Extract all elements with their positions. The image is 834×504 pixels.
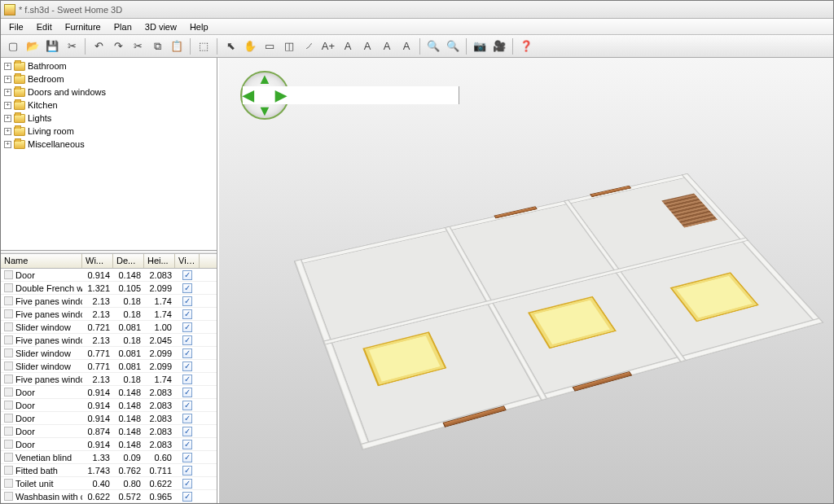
zoom-out-icon[interactable]: 🔍	[444, 37, 462, 55]
checkbox-icon[interactable]: ✓	[182, 335, 192, 345]
checkbox-icon[interactable]: ✓	[182, 401, 192, 410]
catalog-item[interactable]: +Doors and windows	[4, 85, 213, 99]
checkbox-icon[interactable]: ✓	[182, 322, 192, 332]
save-icon[interactable]: 💾	[43, 37, 61, 55]
cut-icon[interactable]: ✂	[129, 37, 147, 55]
table-row[interactable]: Five panes window2.130.181.74✓	[1, 308, 217, 321]
italic-icon[interactable]: A	[358, 37, 376, 55]
table-row[interactable]: Door0.9140.1482.083✓	[1, 386, 217, 399]
zoom-in-icon[interactable]: 🔍	[424, 37, 442, 55]
table-row[interactable]: Door0.9140.1482.083✓	[1, 412, 217, 425]
catalog-item[interactable]: +Bedroom	[4, 72, 213, 85]
increase-text-icon[interactable]: A	[397, 37, 415, 55]
cell-visible[interactable]: ✓	[175, 334, 200, 346]
cell-visible[interactable]: ✓	[175, 295, 200, 307]
catalog-tree[interactable]: +Bathroom+Bedroom+Doors and windows+Kitc…	[1, 58, 217, 251]
select-icon[interactable]: ⬉	[222, 37, 239, 55]
checkbox-icon[interactable]: ✓	[182, 453, 192, 462]
create-video-icon[interactable]: 🎥	[490, 37, 508, 55]
redo-icon[interactable]: ↷	[109, 37, 127, 55]
cell-visible[interactable]: ✓	[175, 425, 200, 437]
col-height[interactable]: Hei...	[144, 254, 175, 268]
table-row[interactable]: Door0.9140.1482.083✓	[1, 399, 217, 412]
col-name[interactable]: Name	[1, 254, 82, 268]
cell-visible[interactable]: ✓	[175, 464, 200, 476]
cell-visible[interactable]: ✓	[175, 438, 200, 450]
cell-visible[interactable]: ✓	[175, 269, 200, 281]
checkbox-icon[interactable]: ✓	[182, 414, 192, 423]
table-row[interactable]: Double French win...1.3210.1052.099✓	[1, 282, 217, 295]
col-width[interactable]: Wi...	[82, 254, 113, 268]
checkbox-icon[interactable]: ✓	[182, 427, 192, 436]
table-row[interactable]: Washbasin with ca...0.6220.5720.965✓	[1, 490, 217, 503]
cell-visible[interactable]: ✓	[175, 386, 200, 398]
table-row[interactable]: Door0.9140.1482.083✓	[1, 269, 217, 282]
table-row[interactable]: Venetian blind1.330.090.60✓	[1, 451, 217, 464]
table-row[interactable]: Five panes window2.130.182.045✓	[1, 334, 217, 347]
cell-visible[interactable]: ✓	[175, 477, 200, 489]
add-furniture-icon[interactable]: ⬚	[195, 37, 213, 55]
create-polyline-icon[interactable]: ⟋	[300, 37, 318, 55]
catalog-item[interactable]: +Lights	[4, 112, 213, 125]
table-row[interactable]: Door0.8740.1482.083✓	[1, 425, 217, 438]
expand-icon[interactable]: +	[4, 89, 11, 96]
checkbox-icon[interactable]: ✓	[182, 440, 192, 449]
cell-visible[interactable]: ✓	[175, 399, 200, 411]
new-icon[interactable]: ▢	[4, 37, 22, 55]
checkbox-icon[interactable]: ✓	[182, 348, 192, 358]
catalog-item[interactable]: +Kitchen	[4, 99, 213, 112]
menu-edit[interactable]: Edit	[30, 20, 59, 33]
checkbox-icon[interactable]: ✓	[182, 362, 192, 371]
checkbox-icon[interactable]: ✓	[182, 283, 192, 293]
cell-visible[interactable]: ✓	[175, 282, 200, 294]
copy-icon[interactable]: ⧉	[148, 37, 166, 55]
3d-viewport[interactable]: ▲ ▼ ◀ ▶	[217, 58, 833, 503]
open-icon[interactable]: 📂	[24, 37, 42, 55]
checkbox-icon[interactable]: ✓	[182, 375, 192, 384]
expand-icon[interactable]: +	[4, 63, 11, 70]
expand-icon[interactable]: +	[4, 115, 11, 122]
table-row[interactable]: Slider window0.7210.0811.00✓	[1, 321, 217, 334]
table-row[interactable]: Five panes window2.130.181.74✓	[1, 373, 217, 386]
create-rooms-icon[interactable]: ◫	[280, 37, 298, 55]
arrow-down-icon[interactable]: ▼	[257, 103, 272, 120]
pan-icon[interactable]: ✋	[241, 37, 259, 55]
menu-file[interactable]: File	[2, 20, 30, 33]
checkbox-icon[interactable]: ✓	[182, 479, 192, 489]
undo-icon[interactable]: ↶	[90, 37, 108, 55]
table-row[interactable]: Five panes window2.130.181.74✓	[1, 295, 217, 308]
col-depth[interactable]: De...	[113, 254, 144, 268]
cell-visible[interactable]: ✓	[175, 412, 200, 424]
paste-icon[interactable]: 📋	[168, 37, 186, 55]
menu-furniture[interactable]: Furniture	[59, 20, 108, 33]
menu-help[interactable]: Help	[183, 20, 215, 33]
cell-visible[interactable]: ✓	[175, 347, 200, 359]
table-row[interactable]: Door0.9140.1482.083✓	[1, 438, 217, 451]
catalog-item[interactable]: +Living room	[4, 125, 213, 138]
checkbox-icon[interactable]: ✓	[182, 466, 192, 476]
help-icon[interactable]: ❓	[517, 37, 535, 55]
cell-visible[interactable]: ✓	[175, 321, 200, 333]
cell-visible[interactable]: ✓	[175, 451, 200, 463]
table-row[interactable]: Slider window0.7710.0812.099✓	[1, 360, 217, 373]
catalog-item[interactable]: +Bathroom	[4, 59, 213, 72]
table-row[interactable]: Fitted bath1.7430.7620.711✓	[1, 464, 217, 477]
furniture-rows[interactable]: Door0.9140.1482.083✓Double French win...…	[1, 269, 217, 503]
arrow-up-icon[interactable]: ▲	[257, 71, 272, 88]
cell-visible[interactable]: ✓	[175, 308, 200, 320]
cell-visible[interactable]: ✓	[175, 490, 200, 502]
table-row[interactable]: Toilet unit0.400.800.622✓	[1, 477, 217, 490]
bold-icon[interactable]: A	[378, 37, 396, 55]
cell-visible[interactable]: ✓	[175, 373, 200, 385]
menu-plan[interactable]: Plan	[108, 20, 138, 33]
cell-visible[interactable]: ✓	[175, 360, 200, 372]
navigation-compass[interactable]: ▲ ▼ ◀ ▶	[240, 71, 289, 120]
expand-icon[interactable]: +	[4, 141, 11, 148]
add-text-icon[interactable]: A	[339, 37, 357, 55]
expand-icon[interactable]: +	[4, 76, 11, 83]
create-walls-icon[interactable]: ▭	[261, 37, 279, 55]
checkbox-icon[interactable]: ✓	[182, 296, 192, 306]
expand-icon[interactable]: +	[4, 102, 11, 109]
checkbox-icon[interactable]: ✓	[182, 309, 192, 319]
create-photo-icon[interactable]: 📷	[471, 37, 489, 55]
